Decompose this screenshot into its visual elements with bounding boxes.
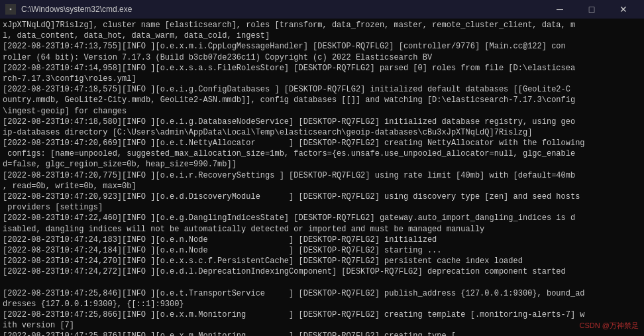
close-button[interactable]: ✕	[608, 0, 639, 19]
maximize-button[interactable]: □	[576, 0, 607, 19]
window: ▪ C:\Windows\system32\cmd.exe ─ □ ✕ xJpX…	[0, 0, 644, 336]
watermark: CSDN @万神禁足	[580, 321, 639, 331]
console-area: xJpXTNqLdQ]7Rislzg], cluster name [elast…	[0, 19, 644, 336]
window-controls: ─ □ ✕	[545, 0, 639, 19]
window-title: C:\Windows\system32\cmd.exe	[21, 5, 132, 14]
minimize-button[interactable]: ─	[545, 0, 575, 19]
title-bar-left: ▪ C:\Windows\system32\cmd.exe	[5, 4, 132, 15]
title-bar: ▪ C:\Windows\system32\cmd.exe ─ □ ✕	[0, 0, 644, 19]
console-output: xJpXTNqLdQ]7Rislzg], cluster name [elast…	[3, 20, 641, 336]
cmd-icon: ▪	[5, 4, 16, 15]
